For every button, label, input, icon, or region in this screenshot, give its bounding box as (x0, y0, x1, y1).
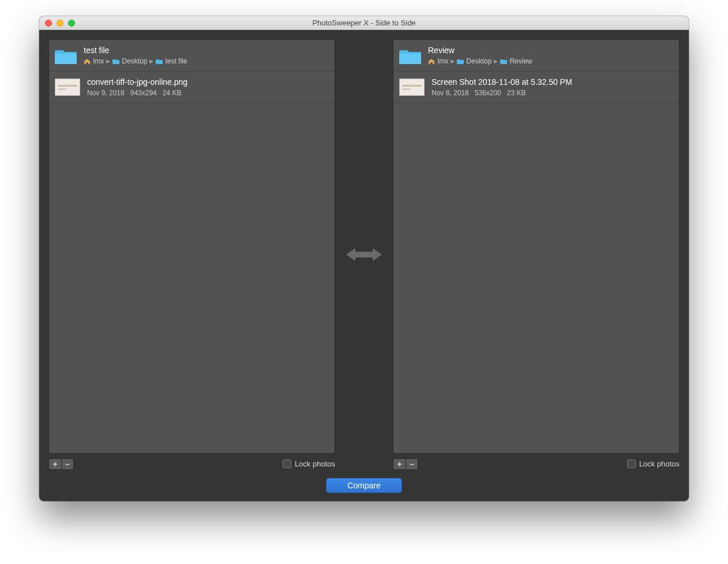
left-pane-footer: + – Lock photos (48, 454, 335, 470)
checkbox-box[interactable] (283, 460, 291, 468)
left-panel[interactable]: test file Imx ▶ Desktop ▶ test file (48, 39, 335, 454)
right-panel[interactable]: Review Imx ▶ Desktop ▶ Review (393, 39, 680, 454)
chevron-right-icon: ▶ (106, 58, 110, 64)
window-body: test file Imx ▶ Desktop ▶ test file (39, 30, 689, 501)
chevron-right-icon: ▶ (451, 58, 455, 64)
file-info: Screen Shot 2018-11-08 at 5.32.50 PM Nov… (431, 77, 572, 97)
file-info: convert-tiff-to-jpg-online.png Nov 9, 20… (87, 77, 187, 97)
file-size: 23 KB (507, 89, 526, 97)
folder-info: Review Imx ▶ Desktop ▶ Review (428, 46, 532, 65)
folder-icon (156, 59, 163, 64)
app-window: PhotoSweeper X - Side to Side test file (39, 16, 689, 501)
lock-photos-label: Lock photos (639, 460, 680, 468)
traffic-lights (45, 20, 75, 27)
folder-icon (500, 59, 507, 64)
file-thumbnail (55, 79, 80, 96)
breadcrumb-segment: test file (165, 57, 187, 65)
folder-icon (457, 59, 464, 64)
window-title: PhotoSweeper X - Side to Side (39, 18, 689, 27)
chevron-right-icon: ▶ (149, 58, 153, 64)
titlebar[interactable]: PhotoSweeper X - Side to Side (39, 16, 689, 30)
lock-photos-label: Lock photos (295, 460, 335, 468)
file-size: 24 KB (163, 89, 182, 97)
file-date: Nov 9, 2018 (87, 89, 125, 97)
folder-icon (399, 47, 421, 64)
add-button[interactable]: + (48, 458, 61, 470)
file-meta: Nov 8, 2018 536x200 23 KB (431, 89, 572, 97)
folder-info: test file Imx ▶ Desktop ▶ test file (84, 46, 187, 65)
file-dimensions: 943x294 (130, 89, 157, 97)
right-pane-footer: + – Lock photos (393, 454, 680, 470)
left-pane: test file Imx ▶ Desktop ▶ test file (48, 39, 335, 470)
folder-name: Review (428, 46, 532, 55)
folder-icon (55, 47, 77, 64)
add-button[interactable]: + (393, 458, 406, 470)
breadcrumb-segment: Review (509, 57, 532, 65)
window-minimize-button[interactable] (57, 20, 63, 27)
folder-name: test file (84, 46, 187, 55)
home-icon (428, 58, 435, 65)
file-meta: Nov 9, 2018 943x294 24 KB (87, 89, 187, 97)
window-zoom-button[interactable] (68, 20, 75, 27)
file-thumbnail (399, 79, 425, 96)
right-pane: Review Imx ▶ Desktop ▶ Review (393, 39, 680, 470)
breadcrumb-segment: Desktop (466, 57, 491, 65)
middle-gap (335, 39, 393, 470)
lock-photos-checkbox[interactable]: Lock photos (627, 460, 680, 468)
folder-row[interactable]: Review Imx ▶ Desktop ▶ Review (393, 40, 679, 72)
chevron-right-icon: ▶ (494, 58, 498, 64)
footer-bar: Compare (48, 478, 680, 495)
home-icon (84, 58, 91, 65)
swap-arrow-icon (346, 247, 382, 262)
file-name: Screen Shot 2018-11-08 at 5.32.50 PM (431, 77, 572, 87)
folder-icon (112, 59, 119, 64)
file-name: convert-tiff-to-jpg-online.png (87, 77, 187, 87)
breadcrumb: Imx ▶ Desktop ▶ Review (428, 57, 532, 65)
folder-row[interactable]: test file Imx ▶ Desktop ▶ test file (49, 40, 335, 72)
breadcrumb-segment: Desktop (122, 57, 147, 65)
breadcrumb-segment: Imx (437, 57, 448, 65)
checkbox-box[interactable] (627, 460, 636, 468)
remove-button[interactable]: – (406, 458, 418, 470)
breadcrumb: Imx ▶ Desktop ▶ test file (84, 57, 187, 65)
file-date: Nov 8, 2018 (431, 89, 469, 97)
file-row[interactable]: convert-tiff-to-jpg-online.png Nov 9, 20… (49, 72, 335, 103)
side-by-side-container: test file Imx ▶ Desktop ▶ test file (48, 39, 680, 470)
window-close-button[interactable] (45, 20, 52, 27)
compare-button[interactable]: Compare (326, 478, 402, 493)
remove-button[interactable]: – (61, 458, 74, 470)
lock-photos-checkbox[interactable]: Lock photos (283, 460, 335, 468)
file-dimensions: 536x200 (475, 89, 501, 97)
breadcrumb-segment: Imx (93, 57, 104, 65)
file-row[interactable]: Screen Shot 2018-11-08 at 5.32.50 PM Nov… (393, 72, 679, 103)
